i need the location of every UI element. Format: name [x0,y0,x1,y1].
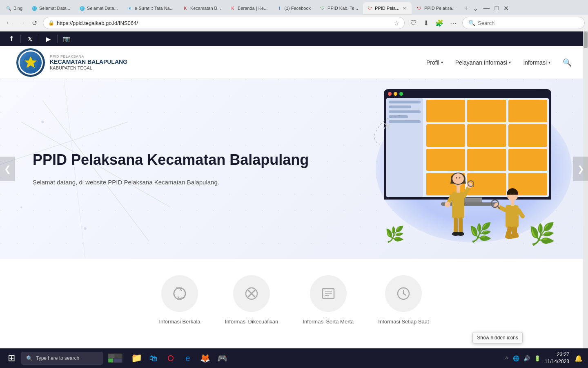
nav-profil-dropdown-icon: ▾ [441,60,443,65]
svg-rect-18 [459,218,463,234]
taskbar: ⊞ 🔍 Type here to search 📁 🛍 O e 🦊 🎮 [0,348,588,368]
youtube-icon[interactable]: ▶ [42,33,55,45]
shield-button[interactable]: 🛡 [408,18,419,28]
volume-icon[interactable]: 🔊 [523,355,531,362]
nav-pelayanan[interactable]: Pelayanan Informasi ▾ [455,59,511,66]
tab-kecamatan[interactable]: K Kecamatan B... [178,2,225,14]
sidebar-line-2 [389,105,411,108]
network-icon[interactable]: 🌐 [512,355,520,362]
info-label-serta-merta: Informasi Serta Merta [303,319,354,325]
maximize-button[interactable]: □ [492,4,501,13]
info-label-berkala: Informasi Berkala [159,319,200,325]
info-icon-berkala [161,275,198,312]
tab-esurat[interactable]: 📧 e-Surat :: Tata Na... [123,2,178,14]
nav-profil-label: Profil [426,59,439,66]
address-bar: ← → ↺ 🔒 ☆ 🛡 ⬇ 🧩 ⋯ 🔍 [0,15,588,31]
bookmark-icon[interactable]: ☆ [394,20,399,26]
instagram-icon[interactable]: 📷 [60,33,73,45]
start-button[interactable]: ⊞ [3,351,20,366]
nav-informasi-label: Informasi [523,59,547,66]
social-bar: f 𝕏 ▶ 📷 [0,31,588,46]
new-tab-button[interactable]: + [462,4,470,13]
close-button[interactable]: ✕ [501,4,511,13]
info-card-berkala[interactable]: Informasi Berkala [159,275,200,325]
tab-ppid-kab[interactable]: 🛡 PPID Kab. Te... [316,2,362,14]
back-button[interactable]: ← [3,18,15,29]
browser-search-box[interactable]: 🔍 [462,17,585,29]
tab-bing[interactable]: 🔍 Bing [2,2,27,14]
traffic-light-green [399,92,403,96]
browser-chrome: 🔍 Bing 🌐 Selamat Data... 🌐 Selamat Data.… [0,0,588,31]
folder-8 [467,149,506,171]
task-view-button[interactable] [107,350,123,366]
twitter-icon[interactable]: 𝕏 [23,33,36,45]
taskbar-firefox[interactable]: 🦊 [197,350,213,366]
tab-selamat1[interactable]: 🌐 Selamat Data... [27,2,74,14]
search-input[interactable] [478,20,579,26]
app7-icon: 🎮 [217,353,227,363]
info-card-serta-merta[interactable]: Informasi Serta Merta [303,275,354,325]
folder-9 [508,149,547,171]
facebook-icon[interactable]: f [5,33,18,45]
scrollbar-thumb[interactable] [584,31,588,48]
social-divider-3 [57,35,58,43]
download-button[interactable]: ⬇ [421,18,431,29]
browser-actions: 🛡 ⬇ 🧩 ⋯ [408,18,459,29]
tab-favicon-bing: 🔍 [6,5,11,11]
taskbar-store[interactable]: 🛍 [145,350,162,366]
hero-section: PPID Pelaksana Kecamatan Balapulang Sela… [0,79,588,259]
dotted-path [368,112,408,153]
nav-informasi-dropdown-icon: ▾ [548,60,550,65]
taskbar-opera[interactable]: O [163,350,179,366]
tab-close-active[interactable]: ✕ [401,5,408,11]
refresh-button[interactable]: ↺ [29,18,40,29]
nav-search-icon[interactable]: 🔍 [563,58,572,67]
tab-beranda[interactable]: K Beranda | Ke... [226,2,272,14]
tab-facebook[interactable]: f (1) Facebook [272,2,315,14]
taskbar-edge[interactable]: e [180,350,196,366]
extensions-button[interactable]: 🧩 [433,18,446,29]
minimize-button[interactable]: — [481,4,492,13]
site-logo: PPID PELAKSANA KECAMATAN BALAPULANG KABU… [16,48,127,77]
svg-point-6 [41,121,44,123]
website-content: f 𝕏 ▶ 📷 PPID PELAKSANA KECAMATAN BALAPUL… [0,31,588,341]
svg-point-8 [84,227,87,230]
svg-line-39 [519,210,523,216]
opera-icon: O [167,354,174,363]
hero-arrow-right[interactable]: ❯ [573,157,588,181]
forward-button[interactable]: → [16,18,28,29]
nav-informasi[interactable]: Informasi ▾ [523,59,550,66]
hero-arrow-left[interactable]: ❮ [0,157,15,181]
info-card-dikecualikan[interactable]: Informasi Dikecualikan [225,275,278,325]
address-input[interactable] [57,20,392,26]
tab-selamat2[interactable]: 🌐 Selamat Data... [75,2,122,14]
taskbar-pinned-apps: 📁 🛍 O e 🦊 🎮 [128,350,230,366]
tab-overflow-button[interactable]: ⌄ [471,4,480,13]
taskbar-app7[interactable]: 🎮 [214,350,230,366]
traffic-light-yellow [394,92,397,96]
tab-bar: 🔍 Bing 🌐 Selamat Data... 🌐 Selamat Data.… [0,0,588,15]
svg-point-15 [456,177,457,179]
site-nav: PPID PELAKSANA KECAMATAN BALAPULANG KABU… [0,46,588,79]
menu-button[interactable]: ⋯ [448,18,459,29]
notification-button[interactable]: 🔔 [572,351,585,366]
nav-buttons: ← → ↺ [3,18,40,29]
plant-right: 🌿 [529,222,555,247]
info-section: Informasi Berkala Informasi Dikecualikan [0,259,588,341]
file-explorer-icon: 📁 [131,353,142,364]
task-view-thumbnail [108,353,122,363]
hidden-icons-button[interactable]: ^ [504,354,510,363]
nav-profil[interactable]: Profil ▾ [426,59,443,66]
tab-ppid-pelaksa[interactable]: 🛡 PPID Pelaksa... [412,2,460,14]
battery-icon[interactable]: 🔋 [533,355,541,362]
taskbar-clock[interactable]: 23:27 11/14/2023 [545,351,569,365]
tab-ppid-pela-active[interactable]: 🛡 PPID Pela... ✕ [363,2,412,14]
taskbar-search[interactable]: 🔍 Type here to search [21,352,103,365]
info-card-setiap-saat[interactable]: Informasi Setiap Saat [378,275,429,325]
person-right [490,186,527,245]
plant-mid: 🌿 [385,225,404,243]
notification-icon: 🔔 [575,355,583,362]
taskbar-file-explorer[interactable]: 📁 [128,350,145,366]
address-input-wrap[interactable]: 🔒 ☆ [43,17,405,29]
svg-point-16 [459,177,461,179]
